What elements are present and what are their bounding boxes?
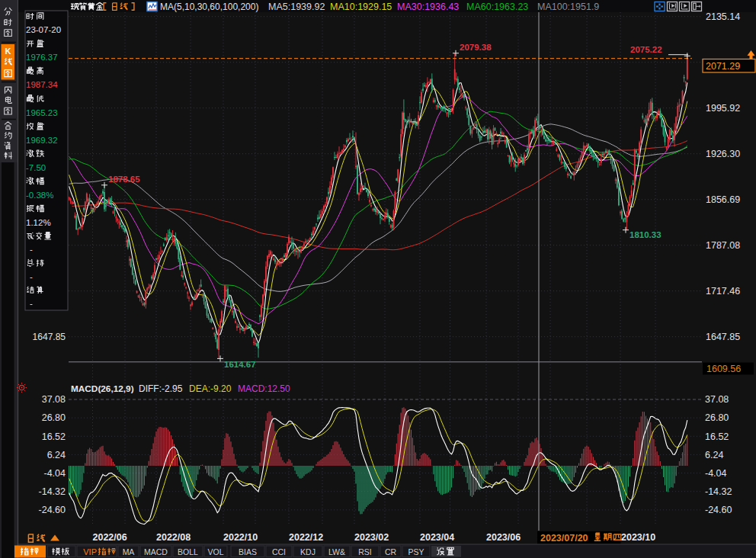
svg-text:1987.34: 1987.34	[26, 80, 58, 89]
svg-text:2023/06: 2023/06	[486, 532, 521, 543]
svg-text:16.52: 16.52	[42, 431, 66, 442]
svg-text:1.12%: 1.12%	[26, 218, 51, 227]
svg-text:37.08: 37.08	[705, 394, 729, 405]
svg-text:KDJ: KDJ	[300, 547, 316, 556]
svg-text:MA(5,10,30,60,100,200): MA(5,10,30,60,100,200)	[160, 2, 258, 12]
svg-text:1856.69: 1856.69	[706, 194, 740, 205]
svg-text:VOL: VOL	[207, 547, 223, 556]
svg-text:-: -	[30, 245, 33, 254]
svg-text:BIAS: BIAS	[239, 547, 257, 556]
svg-text:DEA:-9.20: DEA:-9.20	[189, 383, 232, 394]
svg-text:1969.32: 1969.32	[26, 136, 58, 145]
svg-text:2022/10: 2022/10	[223, 532, 258, 543]
svg-text:6.24: 6.24	[705, 450, 723, 460]
svg-text:26.80: 26.80	[705, 412, 729, 423]
svg-text:RSI: RSI	[358, 547, 372, 556]
svg-text:MA10:1929.15: MA10:1929.15	[330, 2, 392, 12]
svg-text:MACD: MACD	[144, 547, 168, 556]
svg-text:1609.56: 1609.56	[706, 364, 741, 374]
svg-text:2022/08: 2022/08	[156, 532, 191, 543]
svg-text:DIFF:-2.95: DIFF:-2.95	[139, 383, 183, 394]
svg-text:MA: MA	[123, 547, 135, 556]
svg-text:1647.85: 1647.85	[33, 332, 66, 342]
svg-text:BOLL: BOLL	[178, 547, 198, 556]
svg-text:MACD(26,12,9): MACD(26,12,9)	[71, 383, 134, 394]
svg-text:MA30:1936.43: MA30:1936.43	[397, 2, 459, 12]
svg-text:1614.67: 1614.67	[224, 360, 256, 369]
svg-text:VIP: VIP	[83, 547, 97, 556]
svg-text:CR: CR	[385, 547, 397, 556]
svg-text:K: K	[5, 46, 11, 56]
svg-text:-0.38%: -0.38%	[26, 191, 53, 200]
svg-text:-: -	[30, 299, 33, 308]
svg-text:1787.08: 1787.08	[706, 240, 740, 251]
svg-text:PSY: PSY	[408, 547, 424, 556]
svg-text:2022/06: 2022/06	[93, 532, 127, 543]
svg-text:37.08: 37.08	[42, 394, 66, 405]
svg-text:2079.38: 2079.38	[460, 43, 492, 52]
svg-text:-24.60: -24.60	[39, 505, 66, 515]
svg-text:2023/07/20: 2023/07/20	[540, 533, 588, 544]
svg-text:-24.60: -24.60	[705, 505, 732, 515]
svg-text:LW&: LW&	[328, 547, 345, 556]
svg-text:-4.04: -4.04	[705, 468, 727, 479]
svg-text:2023/10: 2023/10	[621, 532, 655, 543]
svg-text:1878.65: 1878.65	[108, 175, 140, 184]
svg-text:2075.22: 2075.22	[630, 45, 662, 54]
svg-text:1717.46: 1717.46	[706, 286, 740, 297]
svg-text:2023/04: 2023/04	[420, 532, 454, 543]
svg-text:-4.04: -4.04	[44, 468, 66, 479]
svg-text:-: -	[30, 272, 33, 281]
svg-text:1647.85: 1647.85	[706, 332, 740, 342]
svg-text:1926.30: 1926.30	[706, 149, 740, 159]
svg-text:1810.33: 1810.33	[629, 230, 662, 239]
svg-text:2135.14: 2135.14	[706, 11, 740, 22]
svg-text:1976.37: 1976.37	[26, 53, 58, 62]
svg-text:1965.23: 1965.23	[26, 108, 58, 117]
svg-text:MA100:1951.9: MA100:1951.9	[537, 2, 599, 12]
svg-text:MA60:1963.23: MA60:1963.23	[466, 2, 528, 12]
svg-text:1995.92: 1995.92	[706, 103, 740, 114]
svg-text:-14.32: -14.32	[705, 486, 732, 497]
svg-text:2023/02: 2023/02	[354, 532, 389, 543]
svg-text:MACD:12.50: MACD:12.50	[238, 383, 290, 394]
svg-text:2071.29: 2071.29	[706, 61, 740, 72]
svg-text:CCI: CCI	[272, 547, 286, 556]
svg-text:16.52: 16.52	[705, 431, 729, 442]
svg-text:MA5:1939.92: MA5:1939.92	[268, 2, 325, 12]
svg-text:-7.50: -7.50	[26, 163, 46, 172]
svg-text:26.80: 26.80	[42, 412, 66, 423]
svg-text:23-07-20: 23-07-20	[26, 25, 61, 34]
svg-text:-14.32: -14.32	[39, 486, 66, 497]
svg-text:2022/12: 2022/12	[289, 532, 323, 543]
svg-text:6.24: 6.24	[47, 450, 66, 460]
